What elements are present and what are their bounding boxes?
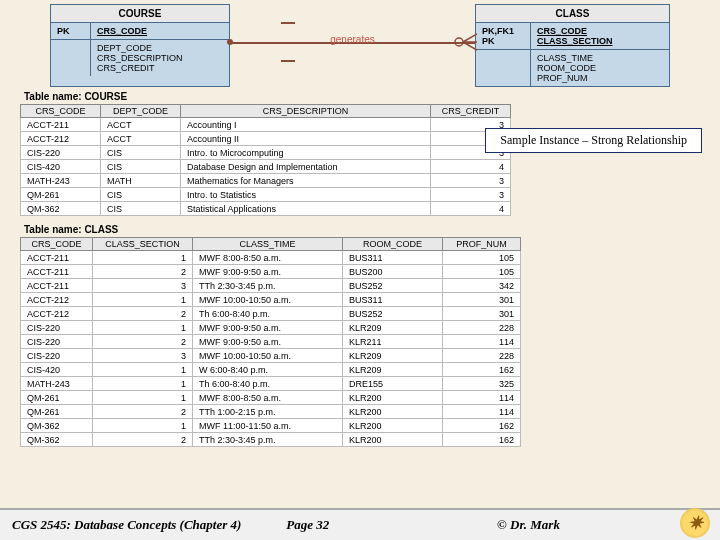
table-row: ACCT-2113TTh 2:30-3:45 p.m.BUS252342 (21, 279, 521, 293)
pk-attr: CRS_CODE (91, 23, 153, 39)
cell: 342 (443, 279, 521, 293)
cell: TTh 2:30-3:45 p.m. (193, 433, 343, 447)
table-row: ACCT-2121MWF 10:00-10:50 a.m.BUS311301 (21, 293, 521, 307)
cell: 114 (443, 391, 521, 405)
cell: BUS311 (343, 251, 443, 265)
cell: BUS200 (343, 265, 443, 279)
table-row: QM-261CISIntro. to Statistics3 (21, 188, 511, 202)
pk-attr: CLASS_SECTION (537, 36, 613, 46)
crowfoot-icon (453, 30, 477, 54)
column-header: ROOM_CODE (343, 238, 443, 251)
cell: QM-362 (21, 202, 101, 216)
cell: BUS252 (343, 307, 443, 321)
table-row: ACCT-2112MWF 9:00-9:50 a.m.BUS200105 (21, 265, 521, 279)
cell: Accounting I (181, 118, 431, 132)
cell: 1 (93, 419, 193, 433)
table-row: CIS-2202MWF 9:00-9:50 a.m.KLR211114 (21, 335, 521, 349)
cell: MWF 9:00-9:50 a.m. (193, 335, 343, 349)
class-table: CRS_CODECLASS_SECTIONCLASS_TIMEROOM_CODE… (20, 237, 521, 447)
cell: KLR200 (343, 405, 443, 419)
cell: KLR200 (343, 433, 443, 447)
cell: KLR211 (343, 335, 443, 349)
cell: CIS-220 (21, 146, 101, 160)
cell: MWF 8:00-8:50 a.m. (193, 391, 343, 405)
pk-label: PK (482, 36, 524, 46)
table-row: CIS-220CISIntro. to Microcomputing3 (21, 146, 511, 160)
cell: QM-362 (21, 433, 93, 447)
cell: 1 (93, 251, 193, 265)
cell: KLR200 (343, 419, 443, 433)
svg-point-0 (455, 38, 463, 46)
cell: QM-362 (21, 419, 93, 433)
table-row: ACCT-2111MWF 8:00-8:50 a.m.BUS311105 (21, 251, 521, 265)
table-label-class: Table name: CLASS (0, 222, 720, 237)
cell: Intro. to Microcomputing (181, 146, 431, 160)
cell: CIS (101, 202, 181, 216)
cell: MATH-243 (21, 174, 101, 188)
column-header: CRS_DESCRIPTION (181, 105, 431, 118)
cell: KLR209 (343, 363, 443, 377)
cell: 1 (93, 377, 193, 391)
footer-page: Page 32 (286, 517, 497, 533)
cell: 3 (93, 349, 193, 363)
cell: MWF 11:00-11:50 a.m. (193, 419, 343, 433)
cell: Th 6:00-8:40 p.m. (193, 377, 343, 391)
table-row: CIS-2203MWF 10:00-10:50 a.m.KLR209228 (21, 349, 521, 363)
cell: 1 (93, 293, 193, 307)
cell: 2 (93, 405, 193, 419)
attr: CLASS_TIME (537, 53, 596, 63)
entity-class: CLASS PK,FK1 PK CRS_CODE CLASS_SECTION C… (475, 4, 670, 87)
cell: MWF 10:00-10:50 a.m. (193, 293, 343, 307)
cell: MWF 10:00-10:50 a.m. (193, 349, 343, 363)
course-table: CRS_CODEDEPT_CODECRS_DESCRIPTIONCRS_CRED… (20, 104, 511, 216)
cell: DRE155 (343, 377, 443, 391)
table-row: MATH-2431Th 6:00-8:40 p.m.DRE155325 (21, 377, 521, 391)
cell: 162 (443, 363, 521, 377)
cell: BUS252 (343, 279, 443, 293)
column-header: CRS_CODE (21, 238, 93, 251)
column-header: PROF_NUM (443, 238, 521, 251)
cell: 105 (443, 265, 521, 279)
relationship-line: generates (230, 4, 475, 87)
cell: ACCT-212 (21, 293, 93, 307)
cell: 1 (93, 321, 193, 335)
cell: KLR209 (343, 321, 443, 335)
cell: 2 (93, 265, 193, 279)
cell: CIS-220 (21, 321, 93, 335)
cell: 301 (443, 307, 521, 321)
relationship-label: generates (322, 32, 382, 47)
pk-attrs: CRS_CODE CLASS_SECTION (531, 23, 619, 49)
cell: 4 (431, 160, 511, 174)
table-row: CIS-420CISDatabase Design and Implementa… (21, 160, 511, 174)
cell: TTh 1:00-2:15 p.m. (193, 405, 343, 419)
cell: MATH (101, 174, 181, 188)
cell: BUS311 (343, 293, 443, 307)
cell: 1 (93, 391, 193, 405)
cell: 325 (443, 377, 521, 391)
cell: 3 (93, 279, 193, 293)
cell: CIS-420 (21, 160, 101, 174)
cell: 301 (443, 293, 521, 307)
cell: TTh 2:30-3:45 p.m. (193, 279, 343, 293)
cell: ACCT-211 (21, 251, 93, 265)
svg-line-1 (463, 34, 477, 42)
cell: ACCT-212 (21, 307, 93, 321)
callout-box: Sample Instance – Strong Relationship (485, 128, 702, 153)
cell: 2 (93, 335, 193, 349)
entity-header: CLASS (476, 5, 669, 23)
table-row: QM-2612TTh 1:00-2:15 p.m.KLR200114 (21, 405, 521, 419)
cell: KLR209 (343, 349, 443, 363)
cell: 4 (431, 202, 511, 216)
cell: Th 6:00-8:40 p.m. (193, 307, 343, 321)
cell: Accounting II (181, 132, 431, 146)
cell: 2 (93, 307, 193, 321)
entity-attrs: CLASS_TIME ROOM_CODE PROF_NUM (531, 50, 602, 86)
column-header: CRS_CREDIT (431, 105, 511, 118)
cell: Mathematics for Managers (181, 174, 431, 188)
cell: 2 (93, 433, 193, 447)
cell: 162 (443, 433, 521, 447)
cell: ACCT-211 (21, 118, 101, 132)
cell: 228 (443, 321, 521, 335)
cell: CIS (101, 160, 181, 174)
attr: CRS_DESCRIPTION (97, 53, 183, 63)
